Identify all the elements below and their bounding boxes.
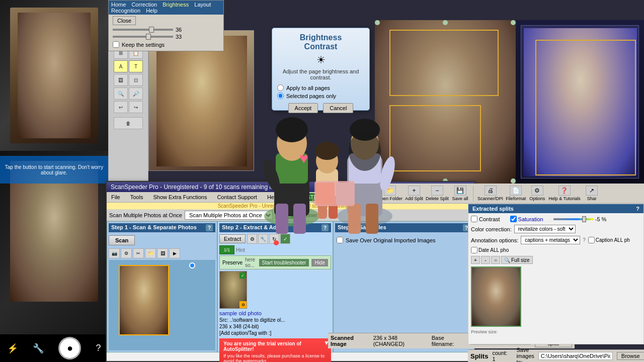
photo-info-caption[interactable]: [Add caption/Tag with :]	[219, 330, 331, 336]
share-button[interactable]: ↗ Shar	[583, 186, 601, 201]
splits-count: count: 1	[492, 350, 507, 362]
bc-apply-all-radio[interactable]	[277, 84, 284, 91]
ext-thumb-edit[interactable]: ⚙	[239, 301, 247, 308]
scan-button[interactable]: Scan	[109, 235, 135, 245]
ext-tool-2[interactable]: 🔧	[258, 234, 268, 244]
fileformat-button[interactable]: 📄 Fileformat	[506, 186, 526, 201]
splits-label: Splits	[470, 352, 488, 360]
menubar-brightness[interactable]: Brightness	[163, 2, 189, 8]
help-tutorials-button[interactable]: ❓ Help & Tutorials	[548, 186, 581, 201]
tool-crop[interactable]: ⊡	[129, 74, 143, 86]
saturation-checkbox[interactable]	[510, 216, 517, 222]
close-button[interactable]: Close	[113, 16, 136, 25]
tool-redo[interactable]: ↪	[129, 101, 143, 113]
settings-icon[interactable]: 🔧	[33, 343, 44, 354]
date-all-checkbox[interactable]	[471, 247, 477, 253]
caption-all-label[interactable]: Caption ALL ph	[588, 237, 630, 243]
brightness-thumb[interactable]	[149, 27, 154, 33]
help-icon[interactable]: ?	[96, 343, 101, 353]
annotation-dropdown[interactable]: captions + metatags	[521, 236, 580, 244]
scan-tool-4[interactable]: 📁	[145, 248, 156, 258]
delete-split-button[interactable]: − Delete Split	[426, 186, 449, 201]
saturation-label[interactable]: Saturation	[510, 216, 543, 222]
save-over-checkbox[interactable]	[337, 237, 343, 243]
tool-zoom-out[interactable]: 🔎	[129, 87, 143, 100]
zoom-in-btn[interactable]: +	[471, 256, 480, 264]
scan-indicator-dot	[189, 262, 195, 268]
bc-apply-all-label[interactable]: Apply to all pages	[277, 84, 364, 91]
caption-all-checkbox[interactable]	[588, 237, 595, 243]
tool-undo[interactable]: ↩	[114, 101, 128, 113]
hide-button[interactable]: Hide	[311, 259, 328, 266]
zoom-reset-btn[interactable]: ○	[491, 256, 500, 264]
ss-menu-help[interactable]: Help	[265, 194, 281, 201]
menubar-correction[interactable]: Correction	[131, 2, 157, 8]
brightness-track	[113, 29, 173, 31]
tool-zoom-in[interactable]: 🔍	[114, 87, 128, 100]
ss-menu-extra-functions[interactable]: Show Extra Functions	[151, 194, 209, 201]
color-correction-dropdown[interactable]: revitalize colors - soft	[514, 225, 576, 233]
contrast-label[interactable]: Contrast	[471, 216, 500, 222]
save-over-label[interactable]: Save Over Original Imported Images	[337, 237, 471, 243]
date-all-label[interactable]: Date ALL pho	[471, 247, 509, 253]
ss-demo-button[interactable]: SEE DEMO	[332, 193, 369, 201]
options-button[interactable]: ⚙ Options	[528, 186, 546, 201]
step2-help[interactable]: ?	[321, 224, 329, 231]
flash-icon[interactable]: ⚡	[7, 343, 18, 354]
ss-scan-dropdown[interactable]: Scan Multiple Photos at Once	[185, 211, 273, 220]
extracted-splits-q: ?	[636, 206, 639, 212]
contrast-value: 33	[176, 34, 182, 40]
save-images-label: Save images to:	[516, 347, 534, 362]
mobile-scan-button[interactable]: ●	[58, 337, 81, 359]
menubar-help[interactable]: Help	[146, 8, 157, 14]
save-all-icon: 💾	[454, 186, 466, 196]
main-scanned-photo-inner	[156, 36, 247, 166]
options-icon: ⚙	[531, 186, 543, 196]
step1-help[interactable]: ?	[206, 224, 213, 231]
right-app-toolbar: 📁 Open Folder + Add Split − Delete Split…	[375, 184, 644, 204]
tool-image[interactable]: 🖼	[114, 74, 128, 86]
full-size-button[interactable]: 🔍 Full size	[501, 256, 533, 264]
menubar-layout[interactable]: Layout	[194, 2, 211, 8]
save-path-input[interactable]	[538, 352, 613, 360]
ss-menu-file[interactable]: File	[109, 194, 122, 201]
menubar-home[interactable]: Home	[111, 2, 126, 8]
preview-area: + - ○ 🔍 Full size Preview size:	[471, 256, 641, 334]
contrast-thumb[interactable]	[146, 34, 151, 40]
ext-tool-1[interactable]: ⚙	[247, 234, 257, 244]
open-folder-button[interactable]: 📁 Open Folder	[377, 186, 403, 201]
preserve-label: Preserve	[222, 260, 243, 265]
keep-settings-label[interactable]: Keep the settings	[113, 41, 219, 48]
add-split-button[interactable]: + Add Split	[405, 186, 423, 201]
browse-button[interactable]: Browse	[617, 352, 644, 360]
ext-tool-check[interactable]: ✓	[280, 234, 290, 244]
save-all-button[interactable]: 💾 Save all	[451, 186, 469, 201]
keep-settings-checkbox[interactable]	[113, 41, 119, 48]
extract-button[interactable]: Extract	[219, 234, 246, 243]
scan-tool-1[interactable]: 📷	[109, 248, 120, 258]
ss-register-button[interactable]: REGISTER	[289, 193, 326, 201]
ss-menu-tools[interactable]: Tools	[128, 194, 145, 201]
bc-accept-button[interactable]: Accept	[288, 103, 318, 113]
saturation-slider[interactable]	[553, 218, 594, 220]
scan-tool-2[interactable]: ⚙	[121, 248, 132, 258]
ss-menu-contact-support[interactable]: Contact Support	[215, 194, 259, 201]
saturation-thumb[interactable]	[582, 216, 586, 222]
menubar-recognition[interactable]: Recognition	[111, 8, 140, 14]
contrast-checkbox[interactable]	[471, 216, 477, 222]
tool-delete[interactable]: 🗑	[114, 117, 143, 129]
scan-tool-6[interactable]: ▶	[169, 248, 180, 258]
tool-text[interactable]: T	[129, 60, 143, 72]
bc-cancel-button[interactable]: Cancel	[323, 103, 353, 113]
zoom-out-btn[interactable]: -	[481, 256, 490, 264]
bc-selected-only-label[interactable]: Selected pages only	[277, 93, 364, 99]
scan-tool-5[interactable]: 🖼	[157, 248, 168, 258]
scan-tool-3[interactable]: ✂	[133, 248, 144, 258]
saturation-value: -5	[595, 216, 600, 222]
bc-selected-only-radio[interactable]	[277, 93, 284, 99]
preview-size-label: Preview size:	[471, 329, 533, 334]
scanner-dpi-button[interactable]: 🖨 Scanner/DPI	[477, 186, 503, 201]
troubleshoot-button[interactable]: Start troubleshooter	[259, 259, 309, 266]
fileformat-icon: 📄	[510, 186, 522, 196]
tool-highlight[interactable]: A	[114, 60, 128, 72]
